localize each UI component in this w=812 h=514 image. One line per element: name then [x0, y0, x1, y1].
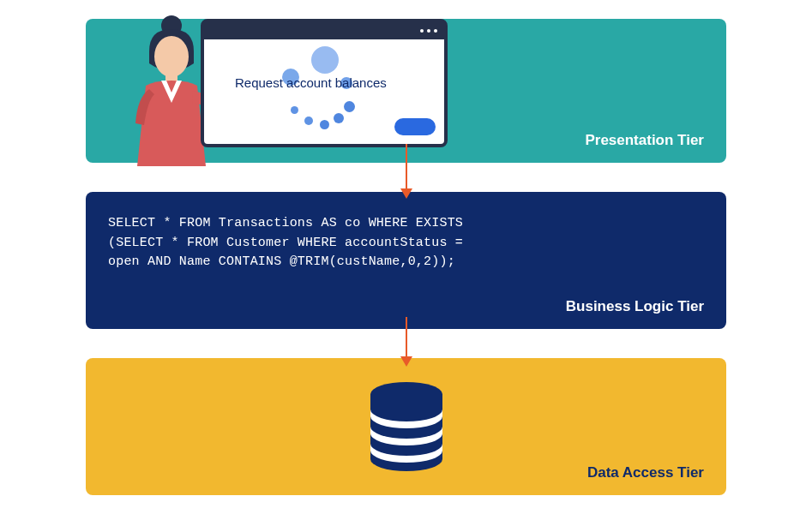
database-icon: [368, 382, 445, 471]
window-control-dot: [427, 29, 430, 33]
window-control-dot: [420, 29, 424, 33]
request-text: Request account balances: [235, 75, 387, 90]
window-body: Request account balances: [204, 39, 444, 144]
presentation-tier: Request account balances Presentation Ti…: [86, 19, 726, 163]
sql-line: (SELECT * FROM Customer WHERE accountSta…: [108, 234, 704, 254]
window-control-dot: [434, 29, 437, 33]
sql-code-block: SELECT * FROM Transactions AS co WHERE E…: [108, 214, 704, 272]
tier-label-presentation: Presentation Tier: [585, 132, 704, 149]
data-access-tier: Data Access Tier: [86, 358, 726, 495]
tier-label-data: Data Access Tier: [587, 464, 704, 481]
business-logic-tier: SELECT * FROM Transactions AS co WHERE E…: [86, 192, 726, 329]
arrow-down-icon: [406, 144, 407, 199]
app-window: Request account balances: [201, 19, 448, 147]
loading-spinner-icon: [277, 46, 371, 140]
tier-label-logic: Business Logic Tier: [566, 298, 704, 315]
sql-line: SELECT * FROM Transactions AS co WHERE E…: [108, 214, 704, 234]
user-and-app-illustration: Request account balances: [111, 12, 448, 166]
sql-line: open AND Name CONTAINS @TRIM(custName,0,…: [108, 253, 704, 272]
arrow-down-icon: [406, 317, 407, 367]
submit-button[interactable]: [394, 118, 436, 135]
window-titlebar: [204, 22, 444, 39]
svg-point-1: [154, 36, 189, 77]
